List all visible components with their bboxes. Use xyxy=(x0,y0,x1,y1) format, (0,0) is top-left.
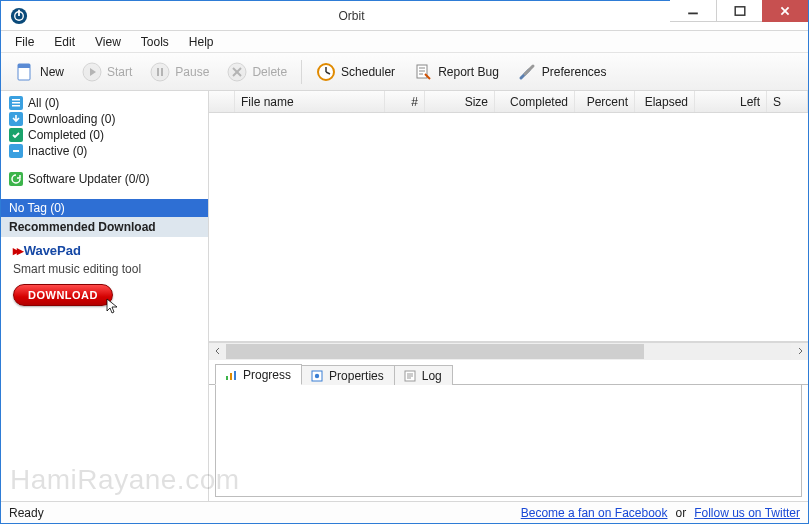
svg-rect-12 xyxy=(157,68,159,76)
delete-button[interactable]: Delete xyxy=(219,59,295,85)
body: All (0) Downloading (0) Completed (0) In… xyxy=(1,91,808,501)
col-completed[interactable]: Completed xyxy=(495,91,575,112)
title-bar: Orbit xyxy=(1,1,808,31)
properties-icon xyxy=(310,369,324,383)
sidebar-item-completed[interactable]: Completed (0) xyxy=(1,127,208,143)
col-percent[interactable]: Percent xyxy=(575,91,635,112)
tab-label: Log xyxy=(422,369,442,383)
tab-progress[interactable]: Progress xyxy=(215,364,302,385)
recommended-panel: WavePad Smart music editing tool DOWNLOA… xyxy=(1,237,208,316)
scroll-left-icon[interactable] xyxy=(209,343,226,360)
sidebar-label: Inactive (0) xyxy=(28,144,87,158)
pause-icon xyxy=(150,62,170,82)
sidebar-item-all[interactable]: All (0) xyxy=(1,95,208,111)
download-icon xyxy=(9,112,23,126)
svg-rect-24 xyxy=(12,105,20,107)
svg-rect-32 xyxy=(234,371,236,380)
col-left[interactable]: Left xyxy=(695,91,767,112)
chart-icon xyxy=(224,368,238,382)
status-bar: Ready Become a fan on Facebook or Follow… xyxy=(1,501,808,523)
new-button[interactable]: New xyxy=(7,59,72,85)
toolbar: New Start Pause Delete Scheduler Report … xyxy=(1,53,808,91)
col-num[interactable]: # xyxy=(385,91,425,112)
app-window: Orbit File Edit View Tools Help New Star… xyxy=(0,0,809,524)
sidebar-item-downloading[interactable]: Downloading (0) xyxy=(1,111,208,127)
sidebar-label: No Tag (0) xyxy=(9,201,65,215)
pause-button[interactable]: Pause xyxy=(142,59,217,85)
col-filename[interactable]: File name xyxy=(235,91,385,112)
col-s[interactable]: S xyxy=(767,91,808,112)
tools-icon xyxy=(517,62,537,82)
new-label: New xyxy=(40,65,64,79)
recommended-title[interactable]: WavePad xyxy=(13,243,200,258)
cursor-icon xyxy=(105,298,121,314)
tab-log[interactable]: Log xyxy=(394,365,453,385)
play-icon xyxy=(82,62,102,82)
delete-label: Delete xyxy=(252,65,287,79)
sidebar-label: Downloading (0) xyxy=(28,112,115,126)
start-label: Start xyxy=(107,65,132,79)
menu-bar: File Edit View Tools Help xyxy=(1,31,808,53)
recommended-header: Recommended Download xyxy=(1,217,208,237)
scheduler-button[interactable]: Scheduler xyxy=(308,59,403,85)
maximize-button[interactable] xyxy=(716,0,762,22)
tab-label: Properties xyxy=(329,369,384,383)
menu-edit[interactable]: Edit xyxy=(46,33,83,51)
main-panel: File name # Size Completed Percent Elaps… xyxy=(209,91,808,501)
sidebar-item-no-tag[interactable]: No Tag (0) xyxy=(1,199,208,217)
start-button[interactable]: Start xyxy=(74,59,140,85)
svg-rect-13 xyxy=(161,68,163,76)
twitter-link[interactable]: Follow us on Twitter xyxy=(694,506,800,520)
pause-label: Pause xyxy=(175,65,209,79)
facebook-link[interactable]: Become a fan on Facebook xyxy=(521,506,668,520)
delete-icon xyxy=(227,62,247,82)
detail-body[interactable] xyxy=(215,385,802,497)
sidebar: All (0) Downloading (0) Completed (0) In… xyxy=(1,91,209,501)
detail-tabs: Progress Properties Log xyxy=(209,361,808,385)
scroll-track[interactable] xyxy=(226,343,791,360)
report-bug-label: Report Bug xyxy=(438,65,499,79)
close-button[interactable] xyxy=(762,0,808,22)
col-elapsed[interactable]: Elapsed xyxy=(635,91,695,112)
col-size[interactable]: Size xyxy=(425,91,495,112)
scheduler-label: Scheduler xyxy=(341,65,395,79)
svg-rect-22 xyxy=(12,99,20,101)
svg-point-11 xyxy=(151,63,169,81)
svg-rect-28 xyxy=(13,150,19,152)
recommended-subtitle: Smart music editing tool xyxy=(13,262,200,276)
window-controls xyxy=(670,1,808,30)
status-or: or xyxy=(676,506,687,520)
status-text: Ready xyxy=(9,506,521,520)
preferences-button[interactable]: Preferences xyxy=(509,59,615,85)
sidebar-label: Completed (0) xyxy=(28,128,104,142)
bug-report-icon xyxy=(413,62,433,82)
sidebar-item-updater[interactable]: Software Updater (0/0) xyxy=(1,171,208,187)
svg-rect-29 xyxy=(9,172,23,186)
menu-help[interactable]: Help xyxy=(181,33,222,51)
download-button[interactable]: DOWNLOAD xyxy=(13,284,113,306)
preferences-label: Preferences xyxy=(542,65,607,79)
clock-icon xyxy=(316,62,336,82)
scroll-right-icon[interactable] xyxy=(791,343,808,360)
window-title: Orbit xyxy=(33,9,670,23)
menu-tools[interactable]: Tools xyxy=(133,33,177,51)
svg-point-34 xyxy=(315,374,319,378)
grid-body[interactable] xyxy=(209,113,808,342)
report-bug-button[interactable]: Report Bug xyxy=(405,59,507,85)
sidebar-item-inactive[interactable]: Inactive (0) xyxy=(1,143,208,159)
tab-label: Progress xyxy=(243,368,291,382)
download-button-label: DOWNLOAD xyxy=(28,289,98,301)
completed-icon xyxy=(9,128,23,142)
updater-icon xyxy=(9,172,23,186)
menu-file[interactable]: File xyxy=(7,33,42,51)
svg-rect-23 xyxy=(12,102,20,104)
tab-properties[interactable]: Properties xyxy=(301,365,395,385)
minimize-button[interactable] xyxy=(670,0,716,22)
col-icon[interactable] xyxy=(209,91,235,112)
svg-rect-4 xyxy=(735,6,745,14)
scroll-thumb[interactable] xyxy=(226,344,644,359)
log-icon xyxy=(403,369,417,383)
horizontal-scrollbar[interactable] xyxy=(209,342,808,359)
sidebar-label: All (0) xyxy=(28,96,59,110)
menu-view[interactable]: View xyxy=(87,33,129,51)
